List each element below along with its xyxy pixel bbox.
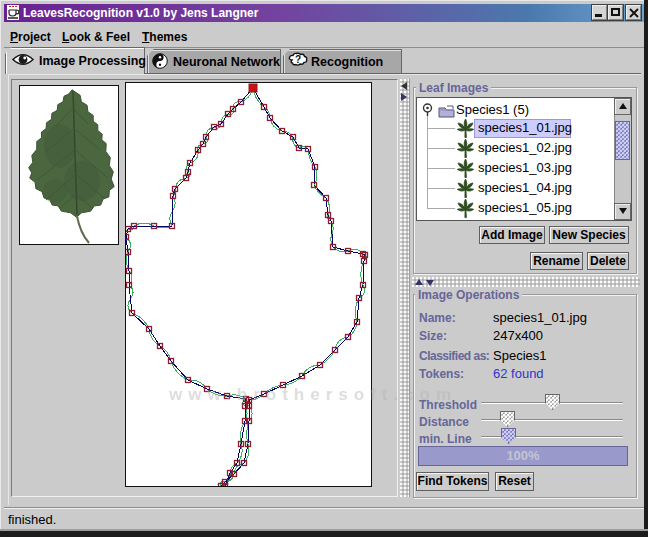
svg-text:?: ? [295,54,301,65]
